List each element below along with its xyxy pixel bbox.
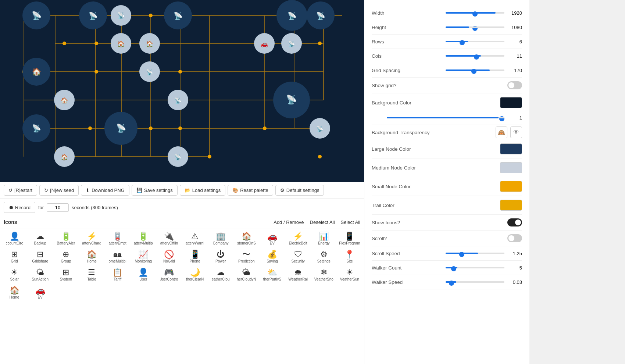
icon-item-system[interactable]: ⊞ System [53, 266, 79, 284]
icon-item-ev2[interactable]: 🚗 EV [27, 284, 53, 302]
show-visibility-button[interactable]: 👁 [510, 126, 522, 138]
restart-button[interactable]: ↺ [R]estart [4, 185, 37, 196]
icon-item-accountcircle[interactable]: 👤 ccountCirc [1, 230, 27, 248]
icon-item-weathercloud[interactable]: ☁ eatherClou [208, 266, 233, 284]
icon-item-backup[interactable]: ☁ Backup [27, 230, 53, 248]
eye-slash-icon: 🙈 [498, 129, 505, 136]
batterymultiple-label: atteryMultip [132, 241, 154, 245]
nogrid-label: NoGrid [158, 259, 180, 263]
icon-item-power[interactable]: ⏻ Power [208, 248, 233, 266]
icon-item-batteryempty[interactable]: 🪫 atteryEmpt [105, 230, 131, 248]
icon-item-table[interactable]: ☰ Table [79, 266, 104, 284]
record-seconds-input[interactable]: 10 [47, 203, 69, 212]
icon-item-batterycharge[interactable]: ⚡ atteryCharg [79, 230, 104, 248]
select-all-button[interactable]: Select All [341, 220, 360, 225]
icon-item-flexprograms[interactable]: 📱 FlexProgram [337, 230, 362, 248]
icon-item-gridshare[interactable]: ⊟ Gridshare [27, 248, 53, 266]
icon-item-tariff[interactable]: 📋 Tariff [105, 266, 131, 284]
icon-item-weathersnow[interactable]: ❄ VeatherSno [311, 266, 337, 284]
weatherrain-label: WeatherRai [287, 277, 309, 281]
rows-slider[interactable] [446, 42, 504, 43]
icon-item-company[interactable]: 🏢 Company [208, 230, 233, 248]
icon-item-monitoring[interactable]: 📈 Monitoring [131, 248, 156, 266]
show-icons-toggle[interactable] [507, 218, 522, 226]
record-button[interactable]: ⏺ Record [4, 202, 35, 213]
icon-item-user[interactable]: 👤 User [131, 266, 156, 284]
batterycharge-label: atteryCharg [81, 241, 103, 245]
icon-item-batterymultiple[interactable]: 🔋 atteryMultip [131, 230, 156, 248]
icon-item-nogrid[interactable]: 🚫 NoGrid [156, 248, 182, 266]
icon-item-batteryoffline[interactable]: 🔌 atteryOfflin [156, 230, 182, 248]
grid-spacing-slider[interactable] [446, 71, 504, 72]
icon-item-grid[interactable]: ⊞ Grid [1, 248, 27, 266]
icon-item-weatherrain[interactable]: 🌧 WeatherRai [285, 266, 311, 284]
icon-item-prediction[interactable]: 〜 Prediction [233, 248, 259, 266]
width-slider[interactable] [446, 13, 504, 15]
icon-item-site[interactable]: 📍 Site [337, 248, 362, 266]
icon-item-customerons[interactable]: 🏠 stomerOnS [233, 230, 259, 248]
icon-item-batteryalert[interactable]: 🔋 BatteryAler [53, 230, 79, 248]
icon-item-ev[interactable]: 🚗 EV [259, 230, 285, 248]
deselect-all-button[interactable]: Deselect All [310, 220, 335, 225]
icon-item-homemultiple[interactable]: 🏘 omeMultipl [105, 248, 131, 266]
large-node-color-swatch[interactable] [500, 143, 522, 154]
scroll-speed-value: 1.25 [507, 251, 522, 256]
svg-text:🏠: 🏠 [32, 67, 41, 76]
icon-item-usercontrol[interactable]: 🎮 JserContro [156, 266, 182, 284]
height-slider[interactable] [446, 28, 504, 29]
icon-item-energy[interactable]: 📊 Energy [311, 230, 337, 248]
icon-item-home[interactable]: 🏠 Home [79, 248, 104, 266]
show-grid-toggle[interactable] [507, 81, 522, 89]
svg-text:📡: 📡 [174, 97, 182, 104]
scroll-toggle[interactable] [507, 234, 522, 242]
medium-node-color-swatch[interactable] [500, 162, 522, 173]
add-remove-button[interactable]: Add / Remove [274, 220, 304, 225]
icon-item-weathersun[interactable]: ☀ VeatherSun [337, 266, 362, 284]
walker-count-value: 5 [507, 265, 522, 271]
default-settings-button[interactable]: ⚙ Default settings [275, 185, 324, 196]
icon-item-home2[interactable]: 🏠 Home [1, 284, 27, 302]
trail-color-swatch[interactable] [500, 200, 522, 211]
icon-item-settings[interactable]: ⚙ Settings [311, 248, 337, 266]
icon-item-phone[interactable]: 📱 Phone [182, 248, 208, 266]
icon-item-solar[interactable]: ☀ Solar [1, 266, 27, 284]
svg-point-19 [94, 42, 98, 45]
saving-label: Saving [261, 259, 283, 263]
hide-visibility-button[interactable]: 🙈 [496, 126, 507, 138]
small-node-color-swatch[interactable] [500, 181, 522, 192]
icon-item-security[interactable]: 🛡 Security [285, 248, 311, 266]
eye-icon: 👁 [513, 129, 519, 136]
icons-panel: Icons Add / Remove Deselect All Select A… [0, 216, 364, 364]
walker-count-label: Walker Count [372, 265, 423, 271]
walker-speed-slider[interactable] [446, 282, 504, 284]
svg-text:📡: 📡 [316, 11, 325, 20]
svg-text:📡: 📡 [32, 124, 41, 133]
cols-slider[interactable] [446, 56, 504, 58]
load-settings-button[interactable]: 📂 Load settings [180, 185, 225, 196]
icon-item-weatherpartly[interactable]: ⛅ therPartlyS [259, 266, 285, 284]
scroll-speed-slider[interactable] [446, 254, 504, 255]
save-settings-button[interactable]: 💾 Save settings [132, 185, 178, 196]
energy-label: Energy [313, 241, 335, 245]
setting-large-node-color: Large Node Color [372, 140, 522, 158]
for-label: for [38, 205, 44, 210]
load-icon: 📂 [185, 188, 190, 193]
icon-item-sunaction[interactable]: 🌤 SunAction [27, 266, 53, 284]
icon-item-batterywarning[interactable]: ⚠ atteryWarni [182, 230, 208, 248]
medium-node-color-label: Medium Node Color [372, 165, 423, 171]
flexprograms-icon: 📱 [344, 232, 354, 240]
icon-item-electricbolt[interactable]: ⚡ ElectricBolt [285, 230, 311, 248]
reset-palette-button[interactable]: 🎨 Reset palette [228, 185, 273, 196]
weathersnow-label: VeatherSno [313, 277, 335, 281]
show-icons-label: Show Icons? [372, 220, 423, 225]
icon-item-weatherclearnl[interactable]: 🌙 therClearN [182, 266, 208, 284]
walker-count-slider[interactable] [446, 268, 504, 270]
new-seed-button[interactable]: ↻ [N]ew seed [39, 185, 79, 196]
icon-item-weathercloudyn[interactable]: 🌥 herCloudyN [233, 266, 259, 284]
icon-item-group[interactable]: ⊕ Group [53, 248, 79, 266]
user-label: User [132, 277, 154, 281]
download-png-button[interactable]: ⬇ Download PNG [81, 185, 129, 196]
icon-item-saving[interactable]: 💰 Saving [259, 248, 285, 266]
bg-color-swatch[interactable] [500, 97, 522, 108]
bg-transparency-slider[interactable] [387, 118, 504, 119]
